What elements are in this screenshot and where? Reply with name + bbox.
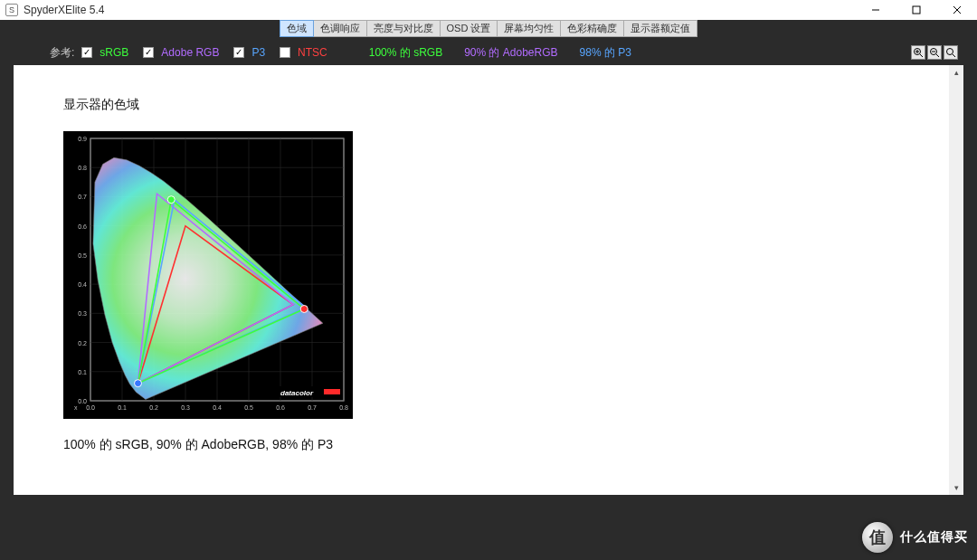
watermark: 值 什么值得买 [862, 522, 968, 553]
checkbox-ntsc[interactable] [280, 47, 290, 58]
svg-text:0.9: 0.9 [78, 136, 87, 142]
svg-point-55 [135, 380, 142, 387]
svg-rect-1 [913, 6, 920, 14]
tab-6[interactable]: 显示器额定值 [624, 20, 697, 37]
svg-line-9 [936, 54, 939, 57]
vertical-scrollbar[interactable]: ▴ ▾ [949, 65, 963, 495]
svg-text:0.7: 0.7 [308, 404, 317, 411]
tab-0[interactable]: 色域 [280, 20, 314, 37]
svg-text:0.6: 0.6 [78, 223, 87, 230]
svg-text:0.5: 0.5 [244, 404, 253, 411]
svg-rect-57 [324, 389, 340, 394]
svg-text:0.7: 0.7 [78, 194, 87, 200]
zoom-fit-button[interactable] [944, 45, 958, 60]
zoom-out-button[interactable] [927, 45, 942, 60]
svg-point-11 [947, 49, 953, 55]
gamut-summary: 100% 的 sRGB, 90% 的 AdobeRGB, 98% 的 P3 [63, 437, 949, 453]
watermark-text: 什么值得买 [900, 529, 968, 546]
svg-text:0.3: 0.3 [181, 404, 190, 411]
checkbox-label-adobergb: Adobe RGB [161, 46, 219, 59]
page-title: 显示器的色域 [63, 97, 949, 113]
checkbox-label-p3: P3 [251, 46, 265, 59]
window-title: SpyderXElite 5.4 [24, 4, 104, 16]
tab-2[interactable]: 亮度与对比度 [367, 20, 441, 37]
svg-text:0.8: 0.8 [339, 404, 348, 411]
stat-label: 100% 的 sRGB [369, 45, 442, 61]
checkbox-srgb[interactable] [81, 47, 92, 58]
svg-text:0.1: 0.1 [118, 404, 127, 411]
stat-label: 90% 的 AdobeRGB [464, 45, 557, 61]
scroll-down-icon[interactable]: ▾ [949, 480, 963, 495]
checkbox-adobergb[interactable] [143, 47, 154, 58]
checkbox-label-ntsc: NTSC [298, 46, 327, 59]
watermark-badge-icon: 值 [862, 522, 893, 553]
tab-3[interactable]: OSD 设置 [441, 20, 498, 37]
svg-text:0.8: 0.8 [78, 165, 87, 171]
svg-point-53 [300, 306, 308, 313]
svg-text:0.0: 0.0 [78, 398, 87, 404]
app-icon: S [5, 4, 18, 16]
maximize-button[interactable] [896, 0, 936, 20]
tab-5[interactable]: 色彩精确度 [561, 20, 624, 37]
svg-text:0.0: 0.0 [86, 404, 95, 411]
scroll-up-icon[interactable]: ▴ [949, 65, 963, 80]
svg-line-12 [953, 54, 955, 57]
svg-text:0.4: 0.4 [213, 404, 222, 411]
minimize-button[interactable] [855, 0, 896, 20]
checkbox-p3[interactable] [233, 47, 244, 58]
tab-1[interactable]: 色调响应 [314, 20, 367, 37]
svg-text:0.1: 0.1 [78, 369, 87, 375]
tab-4[interactable]: 屏幕均匀性 [498, 20, 561, 37]
svg-line-5 [920, 54, 923, 57]
svg-point-54 [167, 196, 175, 204]
svg-text:0.2: 0.2 [78, 340, 87, 346]
reference-label: 参考: [50, 45, 74, 61]
close-button[interactable] [936, 0, 977, 20]
svg-text:0.5: 0.5 [78, 252, 87, 259]
stat-label: 98% 的 P3 [580, 45, 631, 61]
svg-text:0.3: 0.3 [78, 310, 87, 317]
zoom-in-button[interactable] [911, 45, 925, 60]
svg-text:0.6: 0.6 [276, 404, 285, 411]
gamut-chart: 0.00.10.20.30.40.50.60.70.80.00.10.20.30… [63, 131, 353, 419]
svg-text:0.2: 0.2 [149, 404, 158, 411]
checkbox-label-srgb: sRGB [100, 46, 128, 59]
svg-text:0.4: 0.4 [78, 281, 87, 288]
svg-text:x: x [74, 404, 78, 411]
svg-text:datacolor: datacolor [280, 389, 314, 397]
